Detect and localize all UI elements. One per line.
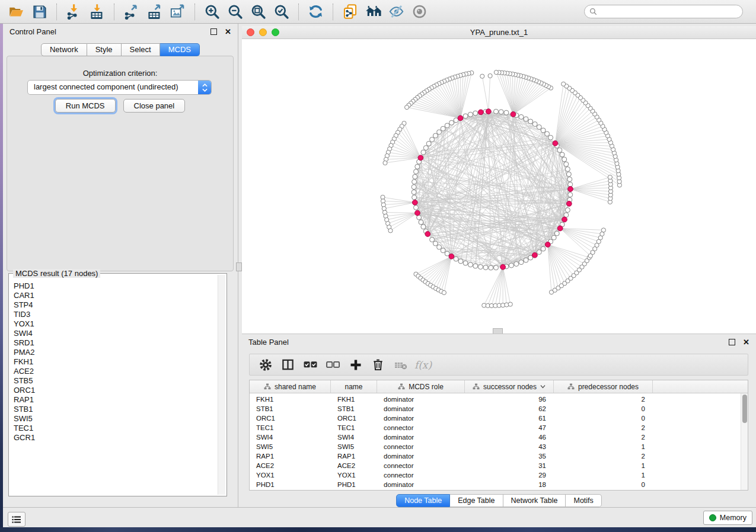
graph-node[interactable] (548, 135, 553, 140)
settings-gear-icon[interactable] (257, 356, 274, 373)
graph-node[interactable] (421, 225, 426, 229)
graph-hub-node[interactable] (415, 210, 420, 216)
mac-zoom-icon[interactable] (272, 28, 279, 36)
mac-minimize-icon[interactable] (259, 28, 267, 36)
table-row[interactable]: TEC1TEC1connector472 (250, 423, 741, 432)
mcds-list-scrollbar[interactable] (218, 275, 225, 495)
show-all-icon[interactable] (410, 2, 429, 21)
graph-node[interactable] (414, 169, 419, 174)
network-canvas[interactable] (242, 39, 756, 334)
delete-table-icon[interactable] (392, 356, 409, 373)
function-builder-icon[interactable]: f(x) (414, 356, 432, 373)
graph-node[interactable] (494, 265, 499, 270)
tab-network-table[interactable]: Network Table (503, 494, 566, 507)
memory-button[interactable]: Memory (703, 511, 752, 525)
graph-node[interactable] (489, 265, 493, 270)
graph-node[interactable] (412, 195, 417, 200)
tab-select[interactable]: Select (122, 43, 160, 56)
delete-columns-icon[interactable] (369, 356, 387, 373)
graph-node[interactable] (437, 245, 442, 249)
hide-selected-icon[interactable] (387, 2, 406, 21)
table-row[interactable]: RAP1RAP1dominator352 (250, 451, 741, 461)
tab-motifs[interactable]: Motifs (566, 494, 601, 507)
graph-node[interactable] (565, 208, 570, 213)
graph-node[interactable] (566, 172, 571, 177)
graph-node[interactable] (560, 152, 564, 157)
graph-node[interactable] (473, 111, 478, 116)
table-row[interactable]: ACE2ACE2connector311 (250, 461, 741, 470)
graph-hub-node[interactable] (425, 232, 430, 237)
tab-network[interactable]: Network (41, 43, 87, 56)
table-row[interactable]: SWI5SWI5connector431 (250, 442, 741, 451)
graph-node[interactable] (524, 258, 528, 262)
graph-node[interactable] (473, 264, 478, 268)
graph-node[interactable] (478, 265, 483, 270)
graph-node[interactable] (564, 162, 569, 166)
graph-node[interactable] (445, 123, 449, 128)
graph-node[interactable] (383, 161, 387, 165)
graph-hub-node[interactable] (449, 254, 454, 259)
graph-hub-node[interactable] (545, 242, 550, 247)
task-history-button[interactable] (8, 512, 25, 527)
graph-node[interactable] (423, 146, 428, 150)
first-neighbors-icon[interactable] (364, 2, 382, 21)
graph-node[interactable] (554, 231, 559, 236)
table-row[interactable]: SWI4SWI4dominator462 (250, 432, 741, 442)
close-panel-icon[interactable]: ✕ (743, 338, 749, 346)
graph-node[interactable] (468, 112, 473, 117)
export-image-icon[interactable] (168, 2, 187, 21)
table-scrollbar-thumb[interactable] (742, 395, 747, 423)
mcds-result-item[interactable]: RAP1 (12, 395, 217, 405)
mcds-result-item[interactable]: ACE2 (12, 367, 217, 376)
float-panel-icon[interactable] (210, 28, 217, 35)
graph-node[interactable] (433, 133, 438, 138)
mcds-result-item[interactable]: GCR1 (12, 433, 217, 443)
graph-node[interactable] (419, 220, 423, 225)
graph-node[interactable] (437, 130, 442, 134)
table-scrollbar[interactable] (741, 393, 748, 490)
graph-node[interactable] (488, 73, 492, 78)
graph-node[interactable] (537, 125, 541, 130)
table-row[interactable]: FKH1FKH1dominator962 (250, 395, 741, 404)
graph-node[interactable] (412, 185, 416, 190)
graph-hub-node[interactable] (553, 141, 558, 146)
float-panel-icon[interactable] (729, 339, 735, 345)
column-header-successor-nodes[interactable]: successor nodes (465, 380, 554, 393)
graph-node[interactable] (433, 241, 438, 246)
graph-node[interactable] (568, 193, 573, 197)
table-row[interactable]: STB1STB1dominator620 (250, 404, 741, 414)
graph-node[interactable] (528, 119, 533, 124)
clone-network-icon[interactable] (341, 2, 359, 21)
mac-close-icon[interactable] (247, 28, 254, 36)
graph-node[interactable] (509, 263, 513, 268)
graph-node[interactable] (430, 238, 435, 242)
graph-node[interactable] (494, 109, 499, 114)
graph-hub-node[interactable] (500, 264, 506, 270)
graph-node[interactable] (551, 235, 556, 240)
mcds-result-item[interactable]: STB5 (12, 376, 217, 386)
tab-node-table[interactable]: Node Table (396, 494, 450, 507)
mcds-result-item[interactable]: PHD1 (12, 281, 217, 291)
graph-node[interactable] (413, 174, 417, 179)
open-session-icon[interactable] (7, 2, 25, 21)
mcds-result-item[interactable]: SWI5 (12, 414, 217, 424)
graph-node[interactable] (562, 82, 566, 86)
graph-node[interactable] (562, 157, 567, 162)
column-header-name[interactable]: name (331, 380, 377, 393)
graph-node[interactable] (494, 70, 498, 75)
graph-node[interactable] (405, 105, 409, 110)
panel-splitter-handle[interactable] (236, 262, 242, 271)
graph-node[interactable] (565, 167, 570, 172)
graph-node[interactable] (421, 150, 426, 155)
graph-node[interactable] (557, 148, 562, 152)
graph-node[interactable] (426, 141, 431, 146)
graph-node[interactable] (388, 229, 393, 233)
close-panel-button[interactable]: Close panel (123, 99, 186, 113)
column-header-shared-name[interactable]: shared name (250, 380, 331, 393)
tab-mcds[interactable]: MCDS (160, 43, 200, 56)
column-layout-icon[interactable] (279, 356, 296, 373)
tab-style[interactable]: Style (87, 43, 122, 56)
graph-node[interactable] (541, 246, 546, 251)
graph-node[interactable] (449, 120, 454, 125)
mcds-result-item[interactable]: SRD1 (12, 338, 217, 348)
